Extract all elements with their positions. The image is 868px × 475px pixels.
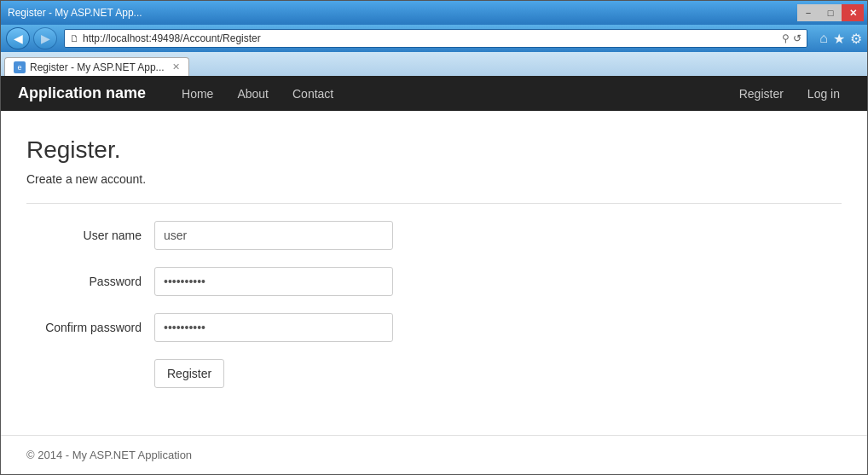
tabs-row: e Register - My ASP.NET App... ✕ (1, 52, 867, 76)
nav-link-register[interactable]: Register (729, 80, 794, 107)
url-search-icon: ⚲ (782, 32, 790, 44)
nav-link-about[interactable]: About (227, 80, 279, 107)
url-text: http://localhost:49498/Account/Register (83, 32, 778, 44)
password-group: Password (26, 267, 538, 296)
tab-close-icon[interactable]: ✕ (172, 61, 180, 72)
settings-icon[interactable]: ⚙ (850, 31, 862, 47)
forward-arrow-icon: ▶ (41, 32, 50, 45)
url-page-icon: 🗋 (70, 33, 79, 43)
forward-button[interactable]: ▶ (33, 27, 57, 49)
window-controls: − □ ✕ (797, 4, 864, 21)
register-submit-button[interactable]: Register (154, 359, 224, 388)
app-navbar: Application name Home About Contact Regi… (1, 76, 867, 111)
url-bar[interactable]: 🗋 http://localhost:49498/Account/Registe… (64, 29, 807, 48)
browser-window: Register - My ASP.NET App... − □ ✕ ◀ ▶ 🗋… (0, 0, 868, 475)
close-button[interactable]: ✕ (842, 4, 864, 21)
nav-right: Register Log in (729, 80, 850, 107)
submit-group: Register (26, 359, 538, 388)
active-tab[interactable]: e Register - My ASP.NET App... ✕ (4, 57, 189, 76)
window-title: Register - My ASP.NET App... (8, 7, 142, 19)
username-input[interactable] (154, 221, 393, 250)
username-group: User name (26, 221, 538, 250)
page-title: Register. (26, 136, 842, 164)
nav-link-login[interactable]: Log in (797, 80, 850, 107)
tab-favicon: e (14, 61, 26, 73)
tab-label: Register - My ASP.NET App... (30, 61, 165, 73)
password-input[interactable] (154, 267, 393, 296)
toolbar-icons: ⌂ ★ ⚙ (819, 31, 862, 47)
main-content: Register. Create a new account. User nam… (1, 111, 867, 435)
nav-link-contact[interactable]: Contact (282, 80, 344, 107)
footer: © 2014 - My ASP.NET Application (1, 435, 867, 474)
back-button[interactable]: ◀ (6, 27, 30, 49)
register-form: User name Password Confirm password Regi… (26, 221, 538, 388)
window-titlebar: Register - My ASP.NET App... − □ ✕ (1, 1, 867, 25)
page-subtitle: Create a new account. (26, 172, 842, 186)
browser-chrome: ◀ ▶ 🗋 http://localhost:49498/Account/Reg… (1, 25, 867, 76)
star-icon[interactable]: ★ (833, 31, 845, 47)
footer-text: © 2014 - My ASP.NET Application (26, 449, 192, 461)
maximize-button[interactable]: □ (819, 4, 842, 21)
address-bar-row: ◀ ▶ 🗋 http://localhost:49498/Account/Reg… (1, 25, 867, 52)
home-icon[interactable]: ⌂ (819, 31, 828, 47)
divider (26, 203, 842, 204)
confirm-password-group: Confirm password (26, 313, 538, 342)
nav-links: Home About Contact (171, 80, 729, 107)
url-refresh-icon: ↺ (793, 32, 801, 44)
back-arrow-icon: ◀ (14, 32, 23, 45)
confirm-label: Confirm password (26, 321, 154, 334)
password-label: Password (26, 275, 154, 288)
page-content: Application name Home About Contact Regi… (1, 76, 867, 474)
minimize-button[interactable]: − (797, 4, 819, 21)
app-brand[interactable]: Application name (18, 84, 146, 102)
confirm-password-input[interactable] (154, 313, 393, 342)
username-label: User name (26, 229, 154, 242)
nav-link-home[interactable]: Home (171, 80, 223, 107)
